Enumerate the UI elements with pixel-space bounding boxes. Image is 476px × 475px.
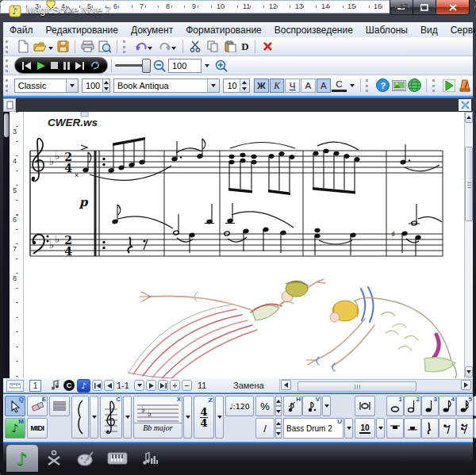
copy-button[interactable]	[204, 39, 221, 55]
run-playback-button[interactable]	[441, 78, 457, 94]
half-note-button[interactable]: 2	[404, 396, 421, 416]
drum-combo[interactable]: U Bass Drum 2	[283, 418, 344, 439]
dock-scroll-thumb[interactable]	[4, 113, 9, 137]
vertical-ruler[interactable]: 3 4 5 6 7 8	[10, 112, 24, 378]
style-dropdown-icon[interactable]	[66, 79, 78, 92]
image-button[interactable]	[390, 78, 406, 94]
scroll-left-icon[interactable]	[281, 380, 291, 390]
tab-keyboard[interactable]	[102, 445, 133, 472]
toolbar-grip[interactable]	[6, 79, 11, 92]
tab-notes[interactable]: ♪	[6, 445, 38, 472]
tempo-slider[interactable]	[115, 59, 151, 73]
delete-button[interactable]	[259, 39, 276, 55]
undo-button[interactable]	[132, 39, 155, 55]
color-button[interactable]: C	[332, 79, 346, 92]
last-measure-button[interactable]	[158, 380, 168, 391]
dotted-note-button[interactable]: V	[302, 396, 321, 416]
font-combo[interactable]: Book Antiqua	[113, 79, 221, 93]
midi-input-button[interactable]: MIDI	[27, 418, 48, 439]
remove-measure-button[interactable]: −	[182, 380, 192, 391]
menu-formatting[interactable]: Форматирование	[179, 25, 268, 36]
octave-up-button[interactable]	[275, 418, 282, 428]
print-preview-button[interactable]	[96, 39, 113, 55]
print-button[interactable]	[79, 39, 96, 55]
next-measure-button[interactable]	[146, 380, 156, 391]
quarter-note-button[interactable]: 3	[421, 396, 439, 416]
play-icon[interactable]	[37, 62, 45, 70]
tuplet-button[interactable]: /	[255, 418, 274, 439]
zoom-dropdown-icon[interactable]	[205, 64, 209, 67]
repeat-measure-button[interactable]: %	[255, 396, 274, 416]
new-document-button[interactable]	[14, 39, 32, 55]
ruler-position-marker[interactable]	[46, 0, 56, 10]
half-rest-button[interactable]	[404, 418, 421, 439]
paste-button[interactable]	[221, 39, 239, 55]
loop-icon[interactable]	[90, 61, 100, 70]
open-file-button[interactable]	[32, 39, 54, 55]
scroll-up-icon[interactable]	[465, 112, 473, 123]
grace-note-button[interactable]: H	[283, 396, 302, 416]
ruler-corner-button[interactable]	[3, 98, 16, 112]
eighth-rest-button[interactable]	[439, 418, 456, 439]
help-button[interactable]: ?	[374, 78, 390, 94]
tab-mixer[interactable]	[133, 445, 165, 472]
whole-note-button[interactable]: 1	[386, 396, 404, 416]
first-measure-button[interactable]	[92, 380, 102, 391]
underline-button[interactable]: Ч	[285, 79, 300, 93]
menu-playback[interactable]: Воспроизведение	[268, 25, 359, 36]
metronome-button[interactable]	[457, 78, 473, 94]
align-a-button[interactable]: А	[301, 79, 316, 93]
color-dropdown-icon[interactable]	[350, 84, 355, 87]
vertical-scroll-thumb[interactable]	[465, 147, 473, 221]
toolbar-grip[interactable]	[123, 40, 129, 53]
font-dropdown-icon[interactable]	[207, 79, 219, 92]
toolbar-grip[interactable]	[432, 79, 438, 92]
clef-dropdown[interactable]	[123, 396, 132, 439]
bracket-button[interactable]	[71, 396, 89, 439]
horizontal-scrollbar[interactable]	[279, 379, 473, 392]
dotted-dropdown[interactable]	[322, 396, 331, 416]
tab-dynamics[interactable]	[38, 445, 70, 472]
add-measure-button[interactable]: +	[170, 380, 180, 391]
ruler-indent-marker[interactable]	[63, 6, 73, 13]
ruler-toggle-button[interactable]	[6, 380, 24, 392]
italic-button[interactable]: К	[270, 79, 285, 93]
scroll-down-icon[interactable]	[465, 366, 473, 377]
ruler-close-button[interactable]	[459, 99, 471, 111]
breve-note-button[interactable]	[355, 396, 375, 416]
eighth-note-button[interactable]: 4	[439, 396, 456, 416]
font-size-spinner[interactable]: 10	[223, 79, 249, 93]
zoom-out-button[interactable]	[151, 58, 168, 74]
pause-icon[interactable]	[63, 62, 70, 70]
menu-service[interactable]: Сервис	[444, 25, 476, 36]
spin-down-icon[interactable]	[240, 86, 249, 92]
octave-down-button[interactable]	[275, 428, 282, 439]
select-tool-button[interactable]: Q	[5, 396, 25, 416]
undo-dropdown-icon[interactable]	[148, 47, 152, 50]
toolbar-grip[interactable]	[366, 79, 371, 92]
eraser-tool-button[interactable]: E	[27, 396, 48, 416]
key-signature-button[interactable]: X ♭♭ Bb major	[133, 396, 182, 439]
skip-start-icon[interactable]	[22, 62, 32, 70]
sixteenth-rest-button[interactable]	[456, 418, 474, 439]
slider-track[interactable]	[115, 64, 145, 67]
score-canvas[interactable]: CWER.ws	[24, 112, 464, 378]
skip-end-icon[interactable]	[75, 62, 85, 70]
select-a-button[interactable]: A	[317, 79, 332, 93]
menu-document[interactable]: Документ	[125, 25, 179, 36]
cut-button[interactable]	[186, 39, 204, 55]
clef-button[interactable]: C	[100, 396, 122, 439]
stop-icon[interactable]	[51, 62, 58, 69]
horizontal-scroll-thumb[interactable]	[298, 381, 416, 392]
whole-rest-button[interactable]	[386, 418, 404, 439]
d-mode-button[interactable]: D	[239, 39, 251, 55]
menu-templates[interactable]: Шаблоны	[359, 25, 414, 36]
zoom-level-combo[interactable]: 100	[168, 59, 202, 73]
prev-measure-button[interactable]	[104, 380, 114, 391]
scroll-right-icon[interactable]	[461, 380, 471, 390]
bracket-dropdown[interactable]	[90, 396, 98, 439]
open-dropdown-icon[interactable]	[48, 47, 53, 50]
web-globe-button[interactable]	[407, 78, 423, 94]
anchor-note-icon[interactable]	[51, 379, 60, 391]
zoom-in-button[interactable]	[213, 58, 230, 74]
